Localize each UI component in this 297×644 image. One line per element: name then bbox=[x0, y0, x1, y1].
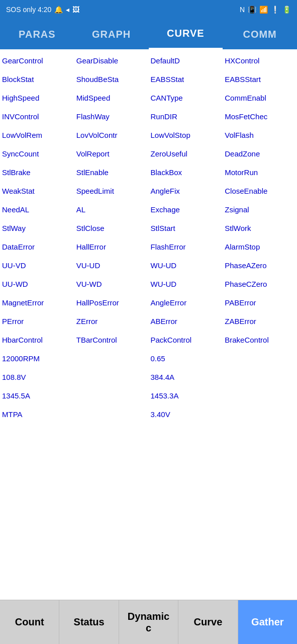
param-cell-r3-c1: FlashWay bbox=[74, 107, 149, 126]
param-cell-r11-c1: VU-UD bbox=[74, 256, 149, 275]
param-cell-r2-c1: MidSpeed bbox=[74, 89, 149, 107]
param-cell-r6-c3: MotorRun bbox=[223, 163, 297, 182]
sos-text: SOS only 4:20 bbox=[6, 6, 51, 14]
param-cell-r0-c3: HXControl bbox=[223, 51, 297, 70]
status-right: N 📳 📶 ❕ 🔋 bbox=[240, 6, 291, 14]
param-cell-r19-c0: MTPA bbox=[0, 405, 74, 424]
param-cell-r9-c2: StlStart bbox=[149, 219, 223, 237]
param-cell-r1-c2: EABSStat bbox=[149, 70, 223, 89]
param-cell-r10-c1: HallError bbox=[74, 237, 149, 256]
param-cell-r12-c1: VU-WD bbox=[74, 275, 149, 293]
param-cell-r16-c2: 0.65 bbox=[149, 349, 223, 368]
param-cell-r15-c0: HbarControl bbox=[0, 331, 74, 349]
param-cell-r10-c2: FlashError bbox=[149, 237, 223, 256]
battery-icon: 🔋 bbox=[282, 6, 291, 14]
param-cell-r8-c3: Zsignal bbox=[223, 200, 297, 219]
param-cell-r14-c2: ABError bbox=[149, 312, 223, 331]
param-cell-r13-c3: PABError bbox=[223, 293, 297, 312]
param-cell-r11-c2: WU-UD bbox=[149, 256, 223, 275]
arrow-icon: ◂ bbox=[66, 6, 69, 14]
param-cell-r5-c1: VolReport bbox=[74, 144, 149, 163]
param-cell-r13-c2: AngleError bbox=[149, 293, 223, 312]
param-cell-r19-c3 bbox=[223, 405, 297, 424]
param-cell-r11-c3: PhaseAZero bbox=[223, 256, 297, 275]
param-cell-r3-c3: MosFetChec bbox=[223, 107, 297, 126]
param-cell-r1-c3: EABSStart bbox=[223, 70, 297, 89]
param-cell-r10-c3: AlarmStop bbox=[223, 237, 297, 256]
param-cell-r7-c1: SpeedLimit bbox=[74, 182, 149, 200]
vibrate-icon: 📳 bbox=[248, 6, 256, 14]
status-left: SOS only 4:20 🔔 ◂ 🖼 bbox=[6, 6, 79, 14]
param-cell-r6-c2: BlackBox bbox=[149, 163, 223, 182]
param-cell-r5-c2: ZeroUseful bbox=[149, 144, 223, 163]
param-cell-r16-c0: 12000RPM bbox=[0, 349, 74, 368]
param-cell-r8-c2: Exchage bbox=[149, 200, 223, 219]
param-cell-r14-c3: ZABError bbox=[223, 312, 297, 331]
param-cell-r17-c2: 384.4A bbox=[149, 368, 223, 386]
param-cell-r4-c2: LowVolStop bbox=[149, 126, 223, 144]
nfc-icon: N bbox=[240, 6, 245, 14]
param-cell-r3-c2: RunDIR bbox=[149, 107, 223, 126]
param-cell-r2-c2: CANType bbox=[149, 89, 223, 107]
param-cell-r18-c3 bbox=[223, 386, 297, 405]
param-cell-r18-c1 bbox=[74, 386, 149, 405]
alert-icon: ❕ bbox=[271, 6, 279, 14]
param-cell-r6-c1: StlEnable bbox=[74, 163, 149, 182]
param-cell-r3-c0: INVControl bbox=[0, 107, 74, 126]
param-cell-r13-c1: HallPosError bbox=[74, 293, 149, 312]
param-cell-r12-c2: WU-UD bbox=[149, 275, 223, 293]
bottom-tab-dynamic[interactable]: Dynamic c bbox=[119, 600, 178, 644]
param-cell-r16-c3 bbox=[223, 349, 297, 368]
param-cell-r5-c3: DeadZone bbox=[223, 144, 297, 163]
param-cell-r9-c3: StlWork bbox=[223, 219, 297, 237]
nav-tabs: PARASGRAPHCURVECOMM bbox=[0, 19, 297, 49]
param-cell-r17-c3 bbox=[223, 368, 297, 386]
param-cell-r18-c2: 1453.3A bbox=[149, 386, 223, 405]
nav-tab-curve[interactable]: CURVE bbox=[149, 19, 223, 49]
param-cell-r0-c0: GearControl bbox=[0, 51, 74, 70]
param-cell-r8-c1: AL bbox=[74, 200, 149, 219]
param-cell-r11-c0: UU-VD bbox=[0, 256, 74, 275]
nav-tab-comm[interactable]: COMM bbox=[223, 19, 297, 49]
param-cell-r14-c0: PError bbox=[0, 312, 74, 331]
bell-icon: 🔔 bbox=[54, 6, 63, 14]
param-cell-r4-c3: VolFlash bbox=[223, 126, 297, 144]
param-cell-r1-c0: BlockStat bbox=[0, 70, 74, 89]
param-cell-r16-c1 bbox=[74, 349, 149, 368]
param-cell-r15-c3: BrakeControl bbox=[223, 331, 297, 349]
param-cell-r9-c0: StlWay bbox=[0, 219, 74, 237]
param-cell-r2-c3: CommEnabl bbox=[223, 89, 297, 107]
param-cell-r8-c0: NeedAL bbox=[0, 200, 74, 219]
param-cell-r7-c0: WeakStat bbox=[0, 182, 74, 200]
param-cell-r19-c1 bbox=[74, 405, 149, 424]
param-cell-r9-c1: StlClose bbox=[74, 219, 149, 237]
bottom-tab-status[interactable]: Status bbox=[59, 600, 119, 644]
bottom-nav: CountStatusDynamic cCurveGather bbox=[0, 600, 297, 644]
param-cell-r0-c1: GearDisable bbox=[74, 51, 149, 70]
param-cell-r12-c3: PhaseCZero bbox=[223, 275, 297, 293]
param-cell-r17-c0: 108.8V bbox=[0, 368, 74, 386]
param-cell-r19-c2: 3.40V bbox=[149, 405, 223, 424]
param-cell-r1-c1: ShoudBeSta bbox=[74, 70, 149, 89]
img-icon: 🖼 bbox=[72, 6, 79, 14]
nav-tab-graph[interactable]: GRAPH bbox=[74, 19, 149, 49]
param-cell-r0-c2: DefaultD bbox=[149, 51, 223, 70]
param-grid-container: GearControlGearDisableDefaultDHXControlB… bbox=[0, 49, 297, 424]
param-cell-r15-c1: TBarControl bbox=[74, 331, 149, 349]
param-cell-r2-c0: HighSpeed bbox=[0, 89, 74, 107]
param-cell-r15-c2: PackControl bbox=[149, 331, 223, 349]
param-cell-r14-c1: ZError bbox=[74, 312, 149, 331]
param-cell-r18-c0: 1345.5A bbox=[0, 386, 74, 405]
nav-tab-paras[interactable]: PARAS bbox=[0, 19, 74, 49]
wifi-icon: 📶 bbox=[259, 6, 268, 14]
param-cell-r6-c0: StlBrake bbox=[0, 163, 74, 182]
param-cell-r5-c0: SyncCount bbox=[0, 144, 74, 163]
param-cell-r10-c0: DataError bbox=[0, 237, 74, 256]
param-cell-r17-c1 bbox=[74, 368, 149, 386]
bottom-tab-gather[interactable]: Gather bbox=[238, 600, 297, 644]
bottom-tab-curve[interactable]: Curve bbox=[178, 600, 238, 644]
bottom-tab-count[interactable]: Count bbox=[0, 600, 59, 644]
status-bar: SOS only 4:20 🔔 ◂ 🖼 N 📳 📶 ❕ 🔋 bbox=[0, 0, 297, 19]
param-cell-r12-c0: UU-WD bbox=[0, 275, 74, 293]
param-cell-r7-c3: CloseEnable bbox=[223, 182, 297, 200]
